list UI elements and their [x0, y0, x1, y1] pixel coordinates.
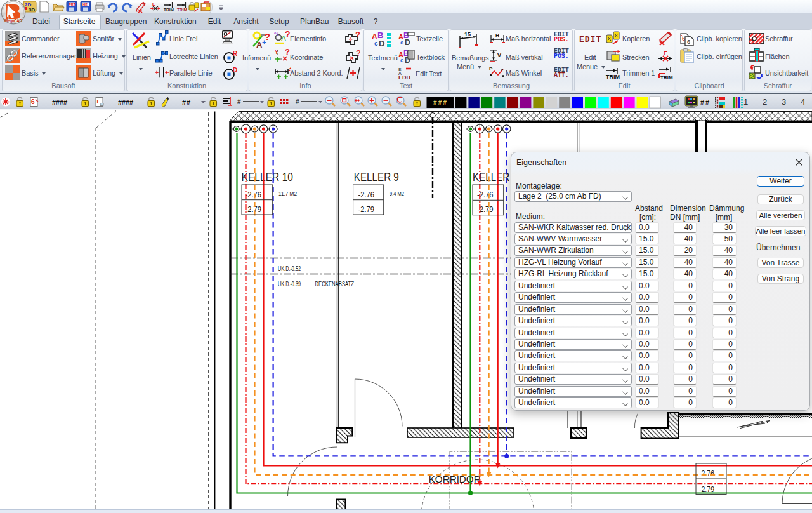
svg-text:H: H [495, 32, 499, 38]
svg-text:TRIM: TRIM [177, 8, 187, 12]
svg-text:6: 6 [682, 36, 685, 42]
svg-text:c: c [374, 40, 378, 47]
svg-text:3D: 3D [29, 7, 35, 13]
svg-text:#: # [237, 98, 241, 105]
svg-text:15: 15 [464, 31, 471, 37]
svg-text:KELLER 10: KELLER 10 [242, 170, 293, 183]
svg-text:##: ## [700, 98, 709, 106]
svg-text:?: ? [285, 49, 290, 57]
svg-text:###: ### [433, 99, 447, 106]
svg-text:####: #### [52, 98, 67, 106]
svg-text:P: P [489, 66, 493, 72]
svg-text:-2.79: -2.79 [246, 205, 262, 214]
svg-text:6: 6 [687, 39, 690, 45]
svg-text:2: 2 [763, 97, 767, 107]
svg-text:PRT: PRT [69, 3, 76, 6]
svg-text:V: V [497, 52, 501, 58]
svg-text:9.4 M2: 9.4 M2 [390, 190, 404, 197]
svg-text:?: ? [356, 50, 360, 58]
svg-text:-2.76: -2.76 [699, 469, 714, 478]
svg-text:UK.D.-0.52: UK.D.-0.52 [278, 265, 301, 272]
svg-text:E: E [664, 50, 667, 57]
svg-text:##: ## [182, 98, 190, 106]
svg-text:TRIM: TRIM [164, 8, 174, 12]
svg-text:D: D [405, 38, 410, 46]
svg-text:#: # [296, 98, 299, 105]
svg-text:TRIM: TRIM [660, 75, 673, 80]
svg-text:6: 6 [31, 98, 35, 105]
svg-text:E: E [152, 2, 155, 6]
svg-text:-2.76: -2.76 [358, 190, 375, 199]
svg-text:c: c [400, 57, 403, 63]
svg-text:HE: HE [82, 3, 88, 6]
svg-text:####: #### [118, 98, 133, 106]
svg-text:4: 4 [801, 97, 805, 107]
svg-text:°+: °+ [274, 31, 280, 37]
svg-text:MegaCAD: MegaCAD [4, 18, 22, 23]
svg-text:DECKENABSATZ: DECKENABSATZ [315, 280, 355, 288]
svg-text:Y: Y [275, 49, 278, 55]
svg-text:11.7 M2: 11.7 M2 [278, 190, 297, 197]
svg-text:?: ? [355, 32, 360, 39]
svg-text:EDIT: EDIT [398, 74, 412, 80]
svg-text:c: c [400, 39, 403, 46]
svg-text:D: D [379, 39, 384, 48]
svg-text:UK.D.-0.39: UK.D.-0.39 [278, 280, 301, 288]
svg-text:?: ? [265, 31, 270, 42]
svg-text:-2.79: -2.79 [358, 205, 375, 214]
svg-text:D: D [233, 67, 237, 74]
svg-text:1: 1 [743, 97, 748, 107]
svg-text:3: 3 [782, 97, 786, 107]
svg-text:KELLER 9: KELLER 9 [354, 170, 399, 183]
svg-text:-2.76: -2.76 [246, 190, 262, 199]
svg-text:R: R [233, 51, 237, 57]
svg-text:TRIM: TRIM [606, 74, 620, 80]
